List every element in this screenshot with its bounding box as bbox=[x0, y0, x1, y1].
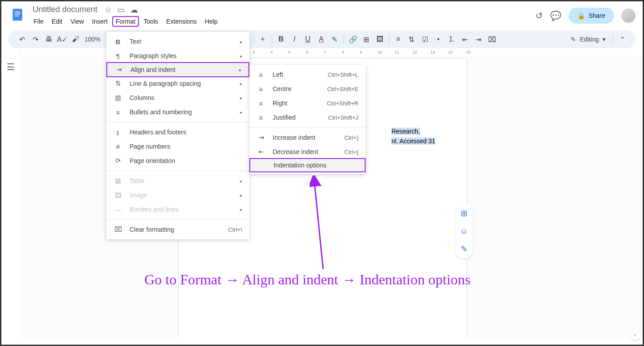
indent-icon: ⇥ bbox=[114, 66, 123, 74]
collapse-toolbar-button[interactable]: ⌃ bbox=[616, 33, 628, 46]
print-button[interactable]: 🖶 bbox=[42, 33, 55, 46]
align-center-icon: ≡ bbox=[257, 85, 265, 93]
align-centre[interactable]: ≡CentreCtrl+Shift+E bbox=[249, 82, 366, 96]
svg-rect-1 bbox=[15, 12, 20, 13]
decrease-indent-button[interactable]: ⇤ bbox=[459, 33, 471, 46]
editing-label: Editing bbox=[580, 36, 599, 43]
bold-icon: B bbox=[114, 38, 122, 46]
bold-button[interactable]: B bbox=[275, 33, 287, 46]
show-side-panel-button[interactable]: ‹ bbox=[630, 329, 640, 340]
redo-button[interactable]: ↷ bbox=[29, 33, 42, 46]
format-page-numbers[interactable]: #Page numbers bbox=[106, 139, 249, 154]
columns-icon: ▥ bbox=[114, 94, 122, 102]
indent-increase-icon: ⇥ bbox=[257, 133, 265, 142]
highlight-color-button[interactable]: ✎ bbox=[328, 33, 341, 46]
align-right[interactable]: ≡RightCtrl+Shift+R bbox=[249, 96, 366, 110]
paint-format-button[interactable]: 🖌 bbox=[69, 33, 82, 46]
add-comment-rail-button[interactable]: ⊞ bbox=[458, 207, 470, 220]
separator bbox=[389, 35, 389, 44]
format-table: ▦Table▸ bbox=[106, 174, 249, 188]
numbered-list-button[interactable]: 1. bbox=[446, 33, 458, 46]
annotation-text: Go to Format → Align and indent → Indent… bbox=[144, 271, 471, 288]
share-button[interactable]: 🔒 Share bbox=[568, 8, 614, 24]
outline-icon[interactable]: ☰ bbox=[7, 62, 15, 337]
paragraph-icon: ¶ bbox=[114, 52, 122, 60]
format-paragraph-styles[interactable]: ¶Paragraph styles▸ bbox=[106, 49, 249, 63]
line-icon: — bbox=[114, 206, 122, 213]
increase-indent-button[interactable]: ⇥ bbox=[472, 33, 485, 46]
align-indent-submenu: ≡LeftCtrl+Shift+L ≡CentreCtrl+Shift+E ≡R… bbox=[249, 65, 366, 174]
chevron-down-icon: ▾ bbox=[602, 36, 606, 43]
menu-divider bbox=[106, 171, 249, 171]
underline-button[interactable]: U bbox=[302, 33, 314, 46]
insert-link-button[interactable]: 🔗 bbox=[347, 33, 359, 46]
list-icon: ≡ bbox=[114, 108, 122, 116]
menu-divider bbox=[249, 127, 366, 128]
emoji-rail-button[interactable]: ☺ bbox=[458, 225, 470, 238]
menu-help[interactable]: Help bbox=[201, 16, 221, 27]
align-justified[interactable]: ≡JustifiedCtrl+Shift+J bbox=[249, 110, 366, 125]
zoom-level[interactable]: 100% bbox=[83, 36, 102, 43]
star-icon[interactable]: ☆ bbox=[105, 5, 112, 15]
increase-indent[interactable]: ⇥Increase indentCtrl+] bbox=[249, 130, 366, 145]
chevron-right-icon: ▸ bbox=[240, 96, 242, 100]
format-align-indent[interactable]: ⇥Align and indent▸ bbox=[106, 62, 249, 77]
line-spacing-button[interactable]: ⇅ bbox=[405, 33, 418, 46]
comments-icon[interactable]: 💬 bbox=[550, 10, 561, 21]
share-label: Share bbox=[589, 12, 605, 19]
menu-format[interactable]: Format bbox=[112, 16, 139, 27]
format-headers-footers[interactable]: ⫿Headers and footers bbox=[106, 125, 249, 139]
italic-button[interactable]: I bbox=[288, 33, 301, 46]
editing-mode-button[interactable]: ✎ Editing ▾ bbox=[566, 34, 610, 45]
decrease-indent[interactable]: ⇤Decrease indentCtrl+[ bbox=[249, 145, 366, 159]
align-left[interactable]: ≡LeftCtrl+Shift+L bbox=[249, 67, 366, 82]
menu-edit[interactable]: Edit bbox=[48, 16, 66, 27]
insert-plus-button[interactable]: + bbox=[257, 33, 269, 46]
format-clear-formatting[interactable]: ⌧Clear formattingCtrl+\ bbox=[106, 222, 249, 237]
doc-text-line2: nl. Accessed 31 bbox=[391, 138, 435, 145]
chevron-right-icon: ▸ bbox=[240, 110, 242, 115]
add-comment-button[interactable]: ⊞ bbox=[360, 33, 373, 46]
text-color-button[interactable]: A bbox=[315, 33, 328, 46]
image-icon: 🖼 bbox=[114, 192, 122, 199]
menubar: File Edit View Insert Format Tools Exten… bbox=[30, 16, 535, 27]
format-text[interactable]: BText▸ bbox=[106, 34, 249, 49]
menu-file[interactable]: File bbox=[30, 16, 47, 27]
indentation-options[interactable]: Indentation options bbox=[249, 158, 366, 172]
format-page-orientation[interactable]: ⟳Page orientation bbox=[106, 154, 249, 168]
move-icon[interactable]: ▭ bbox=[117, 5, 125, 15]
format-columns[interactable]: ▥Columns▸ bbox=[106, 91, 249, 105]
align-justify-icon: ≡ bbox=[257, 114, 265, 121]
separator bbox=[344, 35, 344, 44]
doc-text-line1: Research, bbox=[391, 128, 420, 135]
pencil-icon: ✎ bbox=[571, 36, 576, 43]
document-title[interactable]: Untitled document bbox=[30, 4, 100, 15]
spellcheck-button[interactable]: A✓ bbox=[56, 33, 68, 46]
bulleted-list-button[interactable]: • bbox=[432, 33, 445, 46]
align-button[interactable]: ≡ bbox=[392, 33, 404, 46]
menu-extensions[interactable]: Extensions bbox=[163, 16, 200, 27]
clear-icon: ⌧ bbox=[114, 225, 122, 233]
chevron-right-icon: ▸ bbox=[240, 54, 242, 58]
menu-view[interactable]: View bbox=[67, 16, 88, 27]
history-icon[interactable]: ↺ bbox=[535, 10, 543, 21]
avatar[interactable] bbox=[621, 8, 636, 23]
cloud-status-icon[interactable]: ☁ bbox=[130, 5, 138, 15]
menu-tools[interactable]: Tools bbox=[140, 16, 162, 27]
chevron-right-icon: ▸ bbox=[240, 39, 242, 44]
insert-image-button[interactable]: 🖼 bbox=[374, 33, 386, 46]
align-left-icon: ≡ bbox=[257, 71, 265, 79]
checklist-button[interactable]: ☑ bbox=[419, 33, 431, 46]
clear-format-button[interactable]: ⌧ bbox=[486, 33, 498, 46]
table-icon: ▦ bbox=[114, 177, 122, 185]
toolbar: ↶ ↷ 🖶 A✓ 🖌 100% + B I U A ✎ 🔗 ⊞ 🖼 ≡ ⇅ ☑ … bbox=[8, 30, 636, 48]
docs-logo-icon[interactable] bbox=[8, 6, 26, 24]
svg-rect-2 bbox=[15, 13, 20, 14]
format-bullets-numbering[interactable]: ≡Bullets and numbering▸ bbox=[106, 105, 249, 119]
svg-rect-0 bbox=[13, 9, 22, 21]
menu-insert[interactable]: Insert bbox=[88, 16, 111, 27]
format-line-spacing[interactable]: ⇅Line & paragraph spacing▸ bbox=[106, 76, 249, 91]
undo-button[interactable]: ↶ bbox=[16, 33, 28, 46]
align-right-icon: ≡ bbox=[257, 100, 265, 107]
suggest-rail-button[interactable]: ✎ bbox=[458, 243, 470, 255]
